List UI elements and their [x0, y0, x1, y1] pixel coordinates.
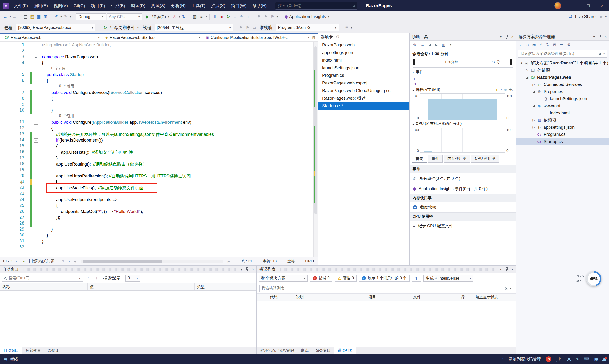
save-button[interactable]: ▣	[36, 13, 42, 20]
next-bookmark-button[interactable]: ⚑	[270, 13, 275, 20]
ime-indicator[interactable]: 中	[556, 357, 562, 362]
tree-item[interactable]: C#Program.cs	[516, 131, 609, 138]
tree-expander[interactable]: ◢	[525, 76, 530, 79]
tree-expander[interactable]: ▷	[531, 126, 536, 129]
bookmark-button[interactable]: ⚑	[256, 13, 262, 20]
redo-button[interactable]: ↷	[63, 13, 68, 20]
search-input[interactable]	[278, 3, 351, 8]
indentation-indicator[interactable]: 空格	[287, 259, 295, 264]
tree-item[interactable]: C#Startup.cs	[516, 138, 609, 145]
microphone-icon[interactable]	[568, 358, 570, 360]
chevron-down-icon[interactable]: ▾	[593, 35, 595, 39]
filter-button[interactable]	[412, 274, 421, 282]
close-icon[interactable]: ×	[605, 35, 607, 39]
scroll-right-button[interactable]: ▸	[226, 258, 232, 265]
continue-button[interactable]: ▶ 继续(C) ▾	[143, 13, 171, 21]
usage-ring[interactable]: 45%	[586, 271, 601, 286]
diagnostics-tab[interactable]: 事件	[428, 155, 443, 163]
menu-item[interactable]: 测试(S)	[148, 0, 168, 12]
memory-section-header[interactable]: ▴ 进程内存 (MB) 专.	[410, 86, 516, 93]
error-scope-dropdown[interactable]: 整个解决方案▾	[259, 274, 308, 282]
column-header[interactable]: 文件	[411, 294, 458, 301]
navigate-forward-button[interactable]: →	[12, 13, 18, 20]
zoom-out-icon[interactable]	[435, 44, 437, 46]
tree-expander[interactable]: ▷	[525, 68, 530, 72]
menu-item[interactable]: 帮助(H)	[249, 0, 270, 12]
chevron-down-icon[interactable]: ▾	[179, 15, 180, 18]
column-header[interactable]: 代码	[267, 294, 294, 301]
document-tab[interactable]: Program.cs	[318, 72, 409, 79]
process-dropdown[interactable]: [30392] RazorPages.web.exe▾	[16, 24, 95, 31]
tree-item[interactable]: ▷◇Connected Services	[516, 81, 609, 88]
tree-item[interactable]: index.html	[516, 109, 609, 117]
document-tab[interactable]: RazorPages.web.GlobalUsings.g.cs	[318, 87, 409, 94]
pin-icon[interactable]	[505, 267, 508, 270]
chevron-down-icon[interactable]: ▾	[79, 277, 80, 280]
scroll-left-button[interactable]: ◂	[72, 258, 78, 265]
breadcrumb-class[interactable]: ◆ RazorPages.web.Startup ▾	[103, 34, 203, 41]
pin-icon[interactable]	[246, 267, 248, 270]
menu-item[interactable]: 窗口(W)	[228, 0, 249, 12]
horizontal-scrollbar[interactable]	[81, 260, 223, 263]
lifecycle-events-button[interactable]: ↻ 生命周期事件 ▾	[100, 24, 141, 31]
restart-debugging-button[interactable]: ↻	[225, 13, 231, 20]
menu-item[interactable]: 调试(D)	[128, 0, 148, 12]
back-icon[interactable]: ←	[519, 43, 523, 47]
step-over-button[interactable]: ↷	[239, 13, 245, 20]
menu-item[interactable]: 文件(F)	[11, 0, 31, 12]
autos-search-input[interactable]	[9, 276, 76, 280]
new-file-button[interactable]: ▤	[23, 13, 28, 20]
fold-toggle[interactable]: −	[34, 198, 38, 202]
chevron-down-icon[interactable]: ▾	[10, 15, 11, 18]
record-cpu-profile-button[interactable]: ● 记录 CPU 配置文件	[410, 221, 516, 231]
fold-toggle[interactable]: −	[34, 139, 38, 143]
hot-reload-button[interactable]: ♨	[172, 13, 178, 20]
pin-icon[interactable]	[505, 35, 508, 37]
chevron-down-icon[interactable]: ▾	[605, 15, 607, 18]
solution-platform-dropdown[interactable]: Any CPU▾	[107, 13, 142, 20]
menu-item[interactable]: 项目(P)	[88, 0, 108, 12]
document-tab[interactable]: index.html	[318, 56, 409, 64]
tree-item[interactable]: ◢▣解决方案"RazorPages"(1 个项目/共 1 个)	[516, 59, 609, 67]
home-icon[interactable]: ⌂	[526, 43, 529, 47]
chevron-down-icon[interactable]: ▾	[351, 26, 352, 29]
search-down-button[interactable]: ↓	[93, 274, 99, 282]
scrollbar-thumb[interactable]	[83, 260, 162, 263]
toolbar-options-button[interactable]: ≡	[344, 24, 350, 31]
fold-toggle[interactable]: −	[34, 121, 38, 125]
filter-icon[interactable]	[495, 89, 498, 91]
all-events-link[interactable]: ◎ 所有事件(0 个, 共 0 个)	[410, 173, 516, 184]
show-all-files-icon[interactable]: ▤	[560, 42, 563, 47]
switch-views-icon[interactable]: ▦	[532, 42, 536, 47]
background-tasks-icon[interactable]: ▤	[3, 357, 7, 362]
panel-tab[interactable]: 程序包管理器控制台	[257, 347, 298, 354]
chevron-down-icon[interactable]: ▾	[241, 267, 242, 271]
undo-button[interactable]: ↶	[53, 13, 59, 20]
error-grid-body[interactable]	[257, 301, 516, 347]
previous-bookmark-button[interactable]: ⚑	[263, 13, 269, 20]
thread-dropdown[interactable]: [30644] 主线程▾	[155, 24, 233, 31]
take-snapshot-button[interactable]: 截取快照	[410, 202, 516, 212]
column-header[interactable]: 行	[458, 294, 473, 301]
chevron-down-icon[interactable]: ▾	[68, 260, 70, 263]
column-header[interactable]: 说明	[294, 294, 366, 301]
chevron-down-icon[interactable]: ▾	[450, 43, 451, 46]
show-diagnostics-button[interactable]: ▥	[192, 13, 198, 20]
flag-threads-button[interactable]: ⚑	[245, 24, 251, 31]
column-header[interactable]: 值	[88, 283, 194, 290]
column-header[interactable]: 类型	[194, 283, 257, 290]
maximize-button[interactable]: □	[581, 0, 595, 12]
tree-item[interactable]: ◢C#RazorPages.web	[516, 74, 609, 81]
navigate-back-button[interactable]: ←	[2, 13, 8, 20]
document-health-label[interactable]: 未找到相关问题	[28, 259, 54, 264]
messages-filter-button[interactable]: i 展示 1 个消息中的 0 个	[359, 274, 410, 282]
refresh-icon[interactable]: ↻	[546, 42, 549, 47]
pen-icon[interactable]: ✎	[575, 357, 579, 362]
open-folder-button[interactable]: ▨	[29, 13, 35, 20]
diagnostics-tab[interactable]: 内存使用率	[444, 155, 470, 163]
diagnostics-timeline[interactable]: 1:20分钟 1:30分	[413, 58, 513, 67]
menu-item[interactable]: 编辑(E)	[31, 0, 51, 12]
menu-item[interactable]: 视图(V)	[51, 0, 71, 12]
tree-expander[interactable]: ▷	[531, 83, 536, 86]
diagnostics-tab[interactable]: 摘要	[412, 155, 427, 163]
